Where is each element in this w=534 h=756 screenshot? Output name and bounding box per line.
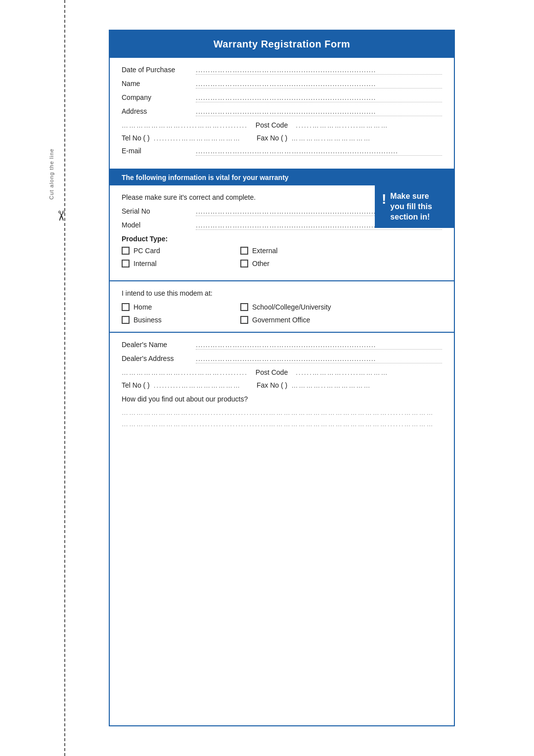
checkbox-pc-card: PC Card — [122, 247, 230, 255]
address-row: Address ......…………......…………............… — [122, 107, 442, 116]
how-find-block: How did you find out about our products?… — [122, 395, 442, 428]
dealer-tel-label: Tel No ( ) — [122, 381, 150, 389]
cut-line — [64, 0, 65, 756]
checkbox-external-label: External — [252, 247, 277, 255]
fax-label: Fax No ( ) — [257, 134, 287, 142]
dealer-postcode-row: ……………………......……….......... Post Code ..… — [122, 368, 442, 376]
dealer-postcode-dots: ......…………......………… — [296, 369, 388, 376]
modem-usage-section: I intend to use this modem at: Home Scho… — [110, 281, 454, 333]
name-row: Name ......…………......…………...............… — [122, 80, 442, 89]
checkbox-school-label: School/College/University — [252, 303, 331, 311]
serial-no-label: Serial No — [122, 207, 196, 215]
cut-label: Cut along the line — [48, 148, 54, 200]
form-title: Warranty Registration Form — [110, 31, 454, 58]
warranty-form: Warranty Registration Form Date of Purch… — [109, 30, 455, 726]
dealer-fax-dots: …………..……………… — [291, 382, 371, 389]
make-sure-text: Make sure you fill this section in! — [390, 191, 432, 222]
product-type-block: Product Type: PC Card External Internal … — [122, 235, 442, 267]
checkbox-home: Home — [122, 303, 230, 311]
scissors-icon: ✂ — [53, 210, 69, 222]
checkbox-external-box[interactable] — [240, 247, 248, 255]
warranty-details-section: Please make sure it's correct and comple… — [110, 185, 454, 281]
company-row: Company ......…………......…………............… — [122, 93, 442, 102]
make-sure-line1: Make sure — [390, 191, 432, 202]
checkbox-government-box[interactable] — [240, 316, 248, 324]
dealer-name-dots: ......…………......…………....................… — [196, 341, 442, 350]
checkbox-home-label: Home — [134, 303, 152, 311]
checkbox-business-label: Business — [134, 316, 162, 324]
how-find-dots2: ……………………….............................……… — [122, 420, 442, 428]
dealer-postcode-label: Post Code — [256, 368, 288, 376]
checkbox-school-box[interactable] — [240, 303, 248, 311]
how-find-dots1: ……………………….............................……… — [122, 409, 442, 416]
checkbox-school: School/College/University — [240, 303, 349, 311]
dealer-name-label: Dealer's Name — [122, 341, 196, 349]
address-label: Address — [122, 107, 196, 115]
company-label: Company — [122, 93, 196, 101]
checkbox-home-box[interactable] — [122, 303, 130, 311]
checkbox-other: Other — [240, 260, 349, 267]
checkbox-business-box[interactable] — [122, 316, 130, 324]
checkbox-other-box[interactable] — [240, 260, 248, 267]
make-sure-line2: you fill this — [390, 202, 432, 212]
company-dots: ......…………......…………....................… — [196, 93, 442, 102]
personal-info-section: Date of Purchase ......…………......…………...… — [110, 58, 454, 170]
dealer-address-dots2: ……………………......……….......... — [122, 369, 248, 376]
postcode-label: Post Code — [256, 121, 288, 129]
dealer-fax-label: Fax No ( ) — [257, 381, 287, 389]
email-row: E-mail ......…………......………………...........… — [122, 147, 442, 156]
dealer-name-row: Dealer's Name ......…………......…………......… — [122, 341, 442, 350]
checkbox-external: External — [240, 247, 349, 255]
postcode-row: ……………………......……….......... Post Code ..… — [122, 121, 442, 129]
date-of-purchase-dots: ......…………......…………....................… — [196, 66, 442, 75]
checkbox-internal-box[interactable] — [122, 260, 130, 267]
exclamation-icon: ! — [382, 192, 386, 206]
modem-checkboxes: Home School/College/University Business … — [122, 303, 349, 324]
address-dots: ......…………......…………....................… — [196, 107, 442, 116]
fax-dots: …………..……………… — [291, 134, 371, 142]
tel-fax-row: Tel No ( ) ..........…………………… Fax No ( )… — [122, 134, 442, 142]
address-dots2: ……………………......……….......... — [122, 122, 248, 129]
checkbox-government: Government Office — [240, 316, 349, 324]
dealer-tel-dots: ..........…………………… — [154, 382, 241, 389]
dealer-address-label: Dealer's Address — [122, 355, 196, 362]
checkbox-pc-card-label: PC Card — [134, 247, 160, 255]
date-of-purchase-label: Date of Purchase — [122, 66, 196, 74]
checkbox-internal-label: Internal — [134, 260, 157, 267]
dealer-section: Dealer's Name ......…………......…………......… — [110, 333, 454, 439]
warranty-banner: The following information is vital for y… — [110, 170, 454, 185]
make-sure-line3: section in! — [390, 212, 432, 222]
dealer-tel-fax-row: Tel No ( ) ..........…………………… Fax No ( )… — [122, 381, 442, 389]
tel-label: Tel No ( ) — [122, 134, 150, 142]
how-find-label: How did you find out about our products? — [122, 395, 442, 403]
model-label: Model — [122, 221, 196, 229]
tel-dots: ..........…………………… — [154, 134, 241, 142]
checkbox-business: Business — [122, 316, 230, 324]
checkbox-other-label: Other — [252, 260, 269, 267]
product-type-label: Product Type: — [122, 235, 442, 243]
make-sure-box: ! Make sure you fill this section in! — [375, 185, 454, 228]
dealer-address-dots: ......…………......…………....................… — [196, 355, 442, 363]
email-label: E-mail — [122, 147, 196, 155]
email-dots: ......…………......………………..................… — [196, 147, 442, 156]
checkbox-pc-card-box[interactable] — [122, 247, 130, 255]
postcode-dots: ......…………......………… — [296, 122, 388, 129]
dealer-address-row: Dealer's Address ......…………......…………...… — [122, 355, 442, 363]
modem-intro: I intend to use this modem at: — [122, 289, 442, 297]
checkbox-government-label: Government Office — [252, 316, 310, 324]
date-of-purchase-row: Date of Purchase ......…………......…………...… — [122, 66, 442, 75]
name-dots: ......…………......…………....................… — [196, 80, 442, 89]
product-type-checkboxes: PC Card External Internal Other — [122, 247, 349, 267]
checkbox-internal: Internal — [122, 260, 230, 267]
name-label: Name — [122, 80, 196, 88]
